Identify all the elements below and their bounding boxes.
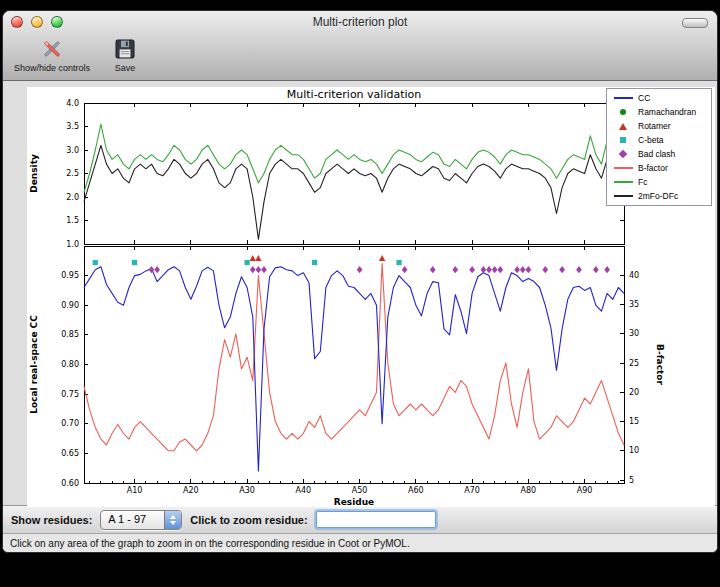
toolbar-item-label: Show/hide controls [14, 63, 90, 73]
square-marker-icon [612, 135, 634, 145]
svg-text:0.70: 0.70 [61, 419, 79, 428]
legend-label: C-beta [638, 135, 664, 145]
diamond-marker-icon [612, 149, 634, 159]
residue-range-value: A 1 - 97 [101, 511, 164, 529]
legend-label: Rotamer [638, 121, 671, 131]
toolbar-item-show-hide-controls[interactable]: Show/hide controls [11, 35, 93, 74]
svg-text:A40: A40 [296, 486, 312, 495]
svg-text:Residue: Residue [334, 497, 374, 507]
legend-entry-cc: CC [612, 91, 706, 105]
legend-label: CC [638, 93, 650, 103]
save-floppy-icon [112, 36, 138, 62]
svg-text:A50: A50 [352, 486, 368, 495]
line-marker-icon [612, 177, 634, 187]
toolbar-toggle-pill[interactable] [682, 18, 708, 28]
legend-entry-fc: Fc [612, 175, 706, 189]
titlebar[interactable]: Multi-criterion plot [3, 11, 717, 33]
status-text: Click on any area of the graph to zoom i… [10, 538, 410, 549]
crossed-tools-icon [39, 36, 65, 62]
svg-text:A30: A30 [239, 486, 255, 495]
triangle-marker-icon [612, 121, 634, 131]
legend-entry-b-factor: B-factor [612, 161, 706, 175]
plot-area-container: 1.01.52.02.53.03.54.00.600.650.700.750.8… [3, 81, 717, 505]
svg-text:Local real-space CC: Local real-space CC [29, 315, 39, 414]
legend-label: Bad clash [638, 149, 675, 159]
svg-text:40: 40 [629, 271, 639, 280]
svg-text:Multi-criterion validation: Multi-criterion validation [287, 88, 422, 101]
legend-entry-bad-clash: Bad clash [612, 147, 706, 161]
legend: CCRamachandranRotamerC-betaBad clashB-fa… [606, 88, 712, 206]
svg-text:0.90: 0.90 [61, 301, 79, 310]
zoom-button[interactable] [51, 16, 63, 28]
close-button[interactable] [11, 16, 23, 28]
legend-entry-c-beta: C-beta [612, 133, 706, 147]
residue-range-select[interactable]: A 1 - 97 [100, 510, 182, 530]
toolbar-item-save[interactable]: Save [109, 35, 141, 74]
svg-text:A60: A60 [408, 486, 424, 495]
svg-text:30: 30 [629, 329, 639, 338]
svg-text:A70: A70 [464, 486, 480, 495]
legend-entry-ramachandran: Ramachandran [612, 105, 706, 119]
svg-text:2.0: 2.0 [66, 193, 79, 202]
window-buttons [11, 16, 63, 28]
svg-text:1.5: 1.5 [66, 216, 79, 225]
zoom-residue-label: Click to zoom residue: [190, 514, 307, 526]
svg-text:0.95: 0.95 [61, 271, 79, 280]
legend-label: Ramachandran [638, 107, 696, 117]
app-window: Multi-criterion plot Show/hide [2, 10, 718, 553]
arrow-down-icon [170, 521, 176, 525]
svg-text:A90: A90 [577, 486, 593, 495]
svg-text:4.0: 4.0 [66, 99, 79, 108]
svg-text:Density: Density [29, 154, 39, 193]
svg-text:0.85: 0.85 [61, 330, 79, 339]
line-marker-icon [612, 93, 634, 103]
circle-marker-icon [612, 107, 634, 117]
show-residues-label: Show residues: [11, 514, 92, 526]
svg-text:A80: A80 [521, 486, 537, 495]
window-title: Multi-criterion plot [313, 15, 408, 29]
window-chrome: Multi-criterion plot Show/hide [3, 11, 717, 81]
toolbar-item-label: Save [115, 63, 136, 73]
svg-text:0.75: 0.75 [61, 390, 79, 399]
arrow-up-icon [170, 515, 176, 519]
svg-text:3.0: 3.0 [66, 146, 79, 155]
legend-label: B-factor [638, 163, 668, 173]
status-bar: Click on any area of the graph to zoom i… [3, 533, 717, 552]
svg-text:0.80: 0.80 [61, 360, 79, 369]
svg-text:0.65: 0.65 [61, 449, 79, 458]
legend-entry-rotamer: Rotamer [612, 119, 706, 133]
minimize-button[interactable] [31, 16, 43, 28]
legend-label: Fc [638, 177, 647, 187]
zoom-residue-input[interactable] [316, 511, 436, 528]
svg-text:20: 20 [629, 388, 639, 397]
svg-text:10: 10 [629, 446, 639, 455]
svg-text:A10: A10 [127, 486, 143, 495]
svg-text:5: 5 [629, 476, 634, 485]
svg-text:2.5: 2.5 [66, 169, 79, 178]
legend-label: 2mFo-DFc [638, 191, 678, 201]
svg-text:35: 35 [629, 300, 639, 309]
svg-text:A20: A20 [183, 486, 199, 495]
svg-text:B-factor: B-factor [655, 344, 665, 385]
toolbar: Show/hide controls Save [3, 33, 717, 80]
controls-bar: Show residues: A 1 - 97 Click to zoom re… [3, 505, 717, 533]
line-marker-icon [612, 163, 634, 173]
line-marker-icon [612, 191, 634, 201]
svg-text:1.0: 1.0 [66, 240, 79, 249]
legend-entry-2mfo-dfc: 2mFo-DFc [612, 189, 706, 203]
svg-text:15: 15 [629, 417, 639, 426]
svg-text:25: 25 [629, 359, 639, 368]
plot-figure: 1.01.52.02.53.03.54.00.600.650.700.750.8… [27, 87, 715, 507]
svg-text:0.60: 0.60 [61, 479, 79, 488]
svg-text:3.5: 3.5 [66, 122, 79, 131]
combo-stepper-icon[interactable] [164, 511, 181, 529]
